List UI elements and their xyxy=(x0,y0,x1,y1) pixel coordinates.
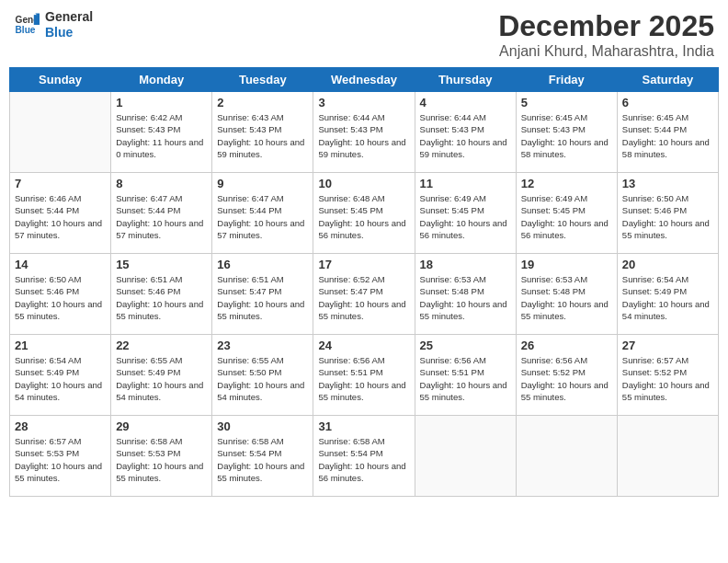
daylight-label: Daylight: 10 hours and 55 minutes. xyxy=(420,380,507,402)
svg-text:Blue: Blue xyxy=(16,24,36,34)
sunset-label: Sunset: 5:51 PM xyxy=(318,367,382,377)
sunrise-label: Sunrise: 6:54 AM xyxy=(622,274,688,284)
weekday-header-tuesday: Tuesday xyxy=(212,68,313,92)
sunset-label: Sunset: 5:53 PM xyxy=(15,448,79,458)
week-row-4: 21 Sunrise: 6:54 AM Sunset: 5:49 PM Dayl… xyxy=(10,335,719,416)
daylight-label: Daylight: 10 hours and 56 minutes. xyxy=(318,461,405,483)
day-number: 14 xyxy=(15,258,106,271)
sunset-label: Sunset: 5:50 PM xyxy=(217,367,281,377)
sunrise-label: Sunrise: 6:49 AM xyxy=(420,193,486,203)
daylight-label: Daylight: 10 hours and 55 minutes. xyxy=(318,299,405,321)
day-number: 3 xyxy=(318,96,409,109)
daylight-label: Daylight: 10 hours and 56 minutes. xyxy=(521,218,609,240)
day-number: 29 xyxy=(116,419,207,433)
calendar-cell: 3 Sunrise: 6:44 AM Sunset: 5:43 PM Dayli… xyxy=(313,92,415,173)
daylight-label: Daylight: 10 hours and 57 minutes. xyxy=(15,218,102,240)
calendar-cell xyxy=(10,92,111,173)
sunset-label: Sunset: 5:47 PM xyxy=(217,286,281,296)
day-number: 11 xyxy=(420,177,511,190)
day-info: Sunrise: 6:49 AM Sunset: 5:45 PM Dayligh… xyxy=(420,192,511,241)
sunset-label: Sunset: 5:47 PM xyxy=(318,286,382,296)
day-number: 12 xyxy=(521,177,612,190)
weekday-header-monday: Monday xyxy=(111,68,212,92)
day-info: Sunrise: 6:50 AM Sunset: 5:46 PM Dayligh… xyxy=(622,192,713,241)
calendar-cell: 1 Sunrise: 6:42 AM Sunset: 5:43 PM Dayli… xyxy=(111,92,212,173)
weekday-header-sunday: Sunday xyxy=(10,68,111,92)
sunrise-label: Sunrise: 6:45 AM xyxy=(521,112,587,122)
title-block: December 2025 Anjani Khurd, Maharashtra,… xyxy=(498,9,714,60)
day-info: Sunrise: 6:51 AM Sunset: 5:47 PM Dayligh… xyxy=(217,273,308,322)
calendar-cell: 2 Sunrise: 6:43 AM Sunset: 5:43 PM Dayli… xyxy=(212,92,313,173)
sunset-label: Sunset: 5:43 PM xyxy=(521,124,586,134)
daylight-label: Daylight: 10 hours and 58 minutes. xyxy=(622,137,710,159)
sunrise-label: Sunrise: 6:58 AM xyxy=(116,436,182,446)
day-number: 18 xyxy=(420,258,511,271)
daylight-label: Daylight: 10 hours and 55 minutes. xyxy=(622,218,710,240)
daylight-label: Daylight: 10 hours and 59 minutes. xyxy=(318,137,405,159)
daylight-label: Daylight: 10 hours and 55 minutes. xyxy=(217,461,304,483)
day-number: 24 xyxy=(318,339,409,352)
calendar-cell: 17 Sunrise: 6:52 AM Sunset: 5:47 PM Dayl… xyxy=(313,254,415,335)
day-info: Sunrise: 6:47 AM Sunset: 5:44 PM Dayligh… xyxy=(116,192,207,241)
daylight-label: Daylight: 10 hours and 54 minutes. xyxy=(15,380,102,402)
day-number: 16 xyxy=(217,258,308,271)
weekday-header-row: SundayMondayTuesdayWednesdayThursdayFrid… xyxy=(10,68,719,92)
day-number: 31 xyxy=(318,419,409,433)
month-title: December 2025 xyxy=(498,9,714,43)
sunrise-label: Sunrise: 6:56 AM xyxy=(420,355,486,365)
day-number: 8 xyxy=(116,177,207,190)
calendar-cell: 5 Sunrise: 6:45 AM Sunset: 5:43 PM Dayli… xyxy=(516,92,617,173)
day-info: Sunrise: 6:45 AM Sunset: 5:44 PM Dayligh… xyxy=(622,111,713,160)
calendar-cell: 30 Sunrise: 6:58 AM Sunset: 5:54 PM Dayl… xyxy=(212,416,313,497)
sunset-label: Sunset: 5:46 PM xyxy=(15,286,79,296)
calendar-cell: 16 Sunrise: 6:51 AM Sunset: 5:47 PM Dayl… xyxy=(212,254,313,335)
day-info: Sunrise: 6:55 AM Sunset: 5:50 PM Dayligh… xyxy=(217,354,308,403)
day-number: 5 xyxy=(521,96,612,109)
sunset-label: Sunset: 5:54 PM xyxy=(318,448,382,458)
daylight-label: Daylight: 10 hours and 59 minutes. xyxy=(420,137,507,159)
weekday-header-saturday: Saturday xyxy=(617,68,718,92)
sunrise-label: Sunrise: 6:49 AM xyxy=(521,193,587,203)
calendar-cell: 18 Sunrise: 6:53 AM Sunset: 5:48 PM Dayl… xyxy=(415,254,516,335)
sunset-label: Sunset: 5:45 PM xyxy=(420,205,484,215)
sunrise-label: Sunrise: 6:51 AM xyxy=(217,274,283,284)
day-number: 6 xyxy=(622,96,713,109)
calendar-cell: 21 Sunrise: 6:54 AM Sunset: 5:49 PM Dayl… xyxy=(10,335,111,416)
sunrise-label: Sunrise: 6:46 AM xyxy=(15,193,81,203)
day-info: Sunrise: 6:50 AM Sunset: 5:46 PM Dayligh… xyxy=(15,273,106,322)
day-number: 2 xyxy=(217,96,308,109)
sunset-label: Sunset: 5:49 PM xyxy=(116,367,180,377)
logo: General Blue General Blue xyxy=(14,9,93,40)
daylight-label: Daylight: 10 hours and 59 minutes. xyxy=(217,137,304,159)
sunset-label: Sunset: 5:51 PM xyxy=(420,367,484,377)
sunrise-label: Sunrise: 6:52 AM xyxy=(318,274,384,284)
daylight-label: Daylight: 10 hours and 55 minutes. xyxy=(521,380,609,402)
weekday-header-thursday: Thursday xyxy=(415,68,516,92)
daylight-label: Daylight: 10 hours and 57 minutes. xyxy=(217,218,304,240)
calendar-cell: 9 Sunrise: 6:47 AM Sunset: 5:44 PM Dayli… xyxy=(212,173,313,254)
day-info: Sunrise: 6:52 AM Sunset: 5:47 PM Dayligh… xyxy=(318,273,409,322)
day-info: Sunrise: 6:45 AM Sunset: 5:43 PM Dayligh… xyxy=(521,111,612,160)
calendar-cell: 24 Sunrise: 6:56 AM Sunset: 5:51 PM Dayl… xyxy=(313,335,415,416)
calendar-cell: 7 Sunrise: 6:46 AM Sunset: 5:44 PM Dayli… xyxy=(10,173,111,254)
day-info: Sunrise: 6:42 AM Sunset: 5:43 PM Dayligh… xyxy=(116,111,207,160)
sunrise-label: Sunrise: 6:57 AM xyxy=(15,436,81,446)
sunrise-label: Sunrise: 6:50 AM xyxy=(15,274,81,284)
calendar-cell: 27 Sunrise: 6:57 AM Sunset: 5:52 PM Dayl… xyxy=(617,335,718,416)
day-info: Sunrise: 6:54 AM Sunset: 5:49 PM Dayligh… xyxy=(15,354,106,403)
day-number: 15 xyxy=(116,258,207,271)
daylight-label: Daylight: 11 hours and 0 minutes. xyxy=(116,137,203,159)
calendar-cell: 12 Sunrise: 6:49 AM Sunset: 5:45 PM Dayl… xyxy=(516,173,617,254)
sunset-label: Sunset: 5:44 PM xyxy=(15,205,79,215)
day-info: Sunrise: 6:49 AM Sunset: 5:45 PM Dayligh… xyxy=(521,192,612,241)
day-number: 27 xyxy=(622,339,713,352)
calendar-cell: 10 Sunrise: 6:48 AM Sunset: 5:45 PM Dayl… xyxy=(313,173,415,254)
sunrise-label: Sunrise: 6:56 AM xyxy=(318,355,384,365)
sunrise-label: Sunrise: 6:54 AM xyxy=(15,355,81,365)
day-info: Sunrise: 6:56 AM Sunset: 5:51 PM Dayligh… xyxy=(318,354,409,403)
sunset-label: Sunset: 5:52 PM xyxy=(622,367,687,377)
daylight-label: Daylight: 10 hours and 55 minutes. xyxy=(116,299,203,321)
daylight-label: Daylight: 10 hours and 58 minutes. xyxy=(521,137,609,159)
sunset-label: Sunset: 5:46 PM xyxy=(622,205,687,215)
calendar-cell: 22 Sunrise: 6:55 AM Sunset: 5:49 PM Dayl… xyxy=(111,335,212,416)
